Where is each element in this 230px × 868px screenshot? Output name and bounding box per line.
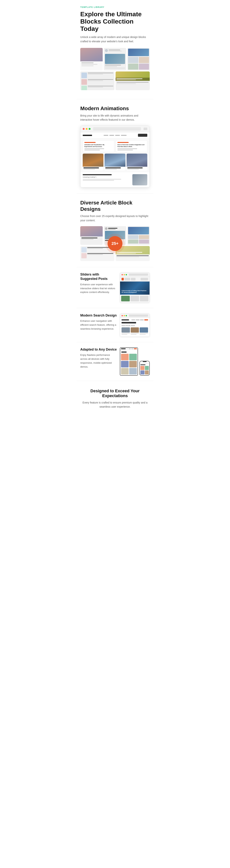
animations-description: Bring your site to life with dynamic ani… — [80, 114, 150, 122]
diverse-title: Diverse Article Block Designs — [80, 199, 150, 212]
animations-title: Modern Animations — [80, 105, 150, 112]
browser-dot-green — [89, 128, 90, 130]
desktop-nav-btns — [129, 348, 137, 349]
search-nav-2 — [136, 319, 140, 320]
template-thumb-2[interactable] — [104, 48, 126, 70]
desktop-btn-cta — [134, 348, 137, 349]
search-nav-3 — [140, 319, 144, 320]
animations-section: Modern Animations Bring your site to lif… — [77, 99, 153, 193]
diverse-thumb-3[interactable] — [127, 226, 150, 245]
sliders-title: Sliders with Suggested Posts — [80, 272, 117, 281]
bottom-description: Every feature is crafted to ensure premi… — [80, 401, 150, 409]
search-demo-container: Search Results: device — [120, 313, 150, 337]
search-result-2 — [131, 328, 139, 335]
desktop-grid-2 — [129, 354, 137, 360]
search-line-5 — [140, 333, 148, 334]
phone-grid-2 — [145, 366, 149, 370]
hero-subtitle: Unlock a wide array of modern and unique… — [80, 35, 150, 43]
device-description: Enjoy flawless performance across all de… — [80, 353, 117, 369]
desktop-grid-3 — [121, 361, 129, 367]
demo-card-1 — [83, 154, 104, 170]
slider-hero-text: Cybersecurity in Coding: Best Practices … — [121, 290, 148, 293]
slider-card-2 — [130, 296, 139, 301]
slider-browser-bar — [120, 273, 150, 277]
template-grid-row2 — [80, 71, 150, 90]
sliders-demo-container: Cybersecurity in Coding: Best Practices … — [120, 272, 150, 303]
device-phone — [140, 361, 150, 376]
device-demo — [120, 347, 150, 376]
demo-card-2 — [105, 154, 125, 170]
search-header — [121, 319, 148, 320]
device-section: Adapted to Any Device Enjoy flawless per… — [77, 342, 153, 381]
sliders-section: Sliders with Suggested Posts Enhance use… — [77, 267, 153, 308]
demo-post1-title: Animation and Visualization: My Experime… — [84, 144, 113, 148]
desktop-browser-bar — [120, 348, 138, 350]
browser-action — [144, 128, 147, 130]
desktop-grid-1 — [121, 354, 129, 360]
search-result-3 — [140, 328, 148, 335]
browser-body: Animation and Visualization: My Experime… — [80, 132, 150, 187]
desktop-page-title — [121, 351, 126, 352]
search-section: Modern Search Design Enhance user naviga… — [77, 308, 153, 342]
template-thumb-5[interactable] — [116, 71, 150, 90]
desktop-grid-4 — [129, 361, 137, 367]
diverse-section: Diverse Article Block Designs Choose fro… — [77, 193, 153, 267]
search-demo-body: Search Results: device — [120, 318, 150, 337]
template-thumb-4[interactable] — [80, 71, 114, 90]
phone-grid-4 — [145, 370, 149, 374]
device-text: Adapted to Any Device Enjoy flawless per… — [80, 347, 117, 369]
device-desktop — [120, 347, 138, 376]
slider-dot-green — [126, 274, 127, 275]
search-results-grid — [121, 328, 148, 335]
slider-hero-image: Cybersecurity in Coding: Best Practices … — [120, 282, 150, 294]
device-demo-container — [120, 347, 150, 376]
search-nav-cta — [144, 319, 148, 320]
slider-dot-yellow — [124, 274, 125, 275]
search-results-text: Search Results: device — [121, 325, 148, 326]
hero-section: TEMPLATE LIBRARY Explore the Ultimate Bl… — [77, 0, 153, 99]
slider-card-1 — [121, 296, 130, 301]
desktop-grid-5 — [121, 368, 129, 374]
hero-title: Explore the Ultimate Blocks Collection T… — [80, 10, 150, 32]
diverse-description: Choose from over 25 expertly designed la… — [80, 214, 150, 222]
slider-card-3 — [140, 296, 148, 301]
search-demo: Search Results: device — [120, 313, 150, 337]
desktop-grid-6 — [129, 368, 137, 374]
phone-title — [141, 364, 145, 365]
slider-cards — [120, 294, 150, 303]
search-text: Modern Search Design Enhance user naviga… — [80, 313, 117, 331]
search-line-4 — [131, 334, 137, 335]
browser-dot-yellow — [86, 128, 87, 130]
phone-grid-1 — [141, 366, 145, 370]
phone-notch — [143, 361, 147, 362]
search-result-1 — [121, 328, 130, 335]
search-img-desk — [121, 328, 130, 333]
desktop-logo — [121, 348, 126, 349]
demo-post3-title: Unleashing Creativity T... — [83, 176, 131, 178]
demo-post2-title: How to Overcome Creative Imagination and… — [117, 144, 146, 148]
demo-card-3 — [126, 154, 147, 170]
search-dot-yellow — [124, 315, 125, 316]
search-img-laptop — [131, 328, 139, 333]
template-thumb-1[interactable] — [80, 48, 103, 70]
browser-url-bar[interactable] — [93, 127, 141, 131]
diverse-thumb-1[interactable] — [80, 226, 103, 245]
search-results-label — [121, 322, 136, 323]
slider-demo: Cybersecurity in Coding: Best Practices … — [120, 272, 150, 303]
device-title: Adapted to Any Device — [80, 347, 117, 352]
template-label: TEMPLATE LIBRARY — [80, 6, 150, 8]
search-title: Modern Search Design — [80, 313, 117, 318]
bottom-section: Designed to Exceed Your Expectations Eve… — [77, 381, 153, 416]
template-thumb-3[interactable] — [127, 48, 150, 70]
slider-dot-red — [121, 274, 123, 275]
search-description: Enhance user navigation with efficient s… — [80, 319, 117, 331]
search-nav — [131, 319, 148, 320]
browser-demo: Animation and Visualization: My Experime… — [80, 126, 150, 187]
phone-grid — [141, 366, 149, 374]
search-line-1 — [121, 333, 130, 334]
phone-grid-3 — [141, 370, 145, 374]
desktop-content-grid — [120, 354, 138, 375]
search-dot-green — [126, 315, 127, 316]
browser-toolbar — [80, 126, 150, 132]
search-browser-bar — [120, 313, 150, 318]
